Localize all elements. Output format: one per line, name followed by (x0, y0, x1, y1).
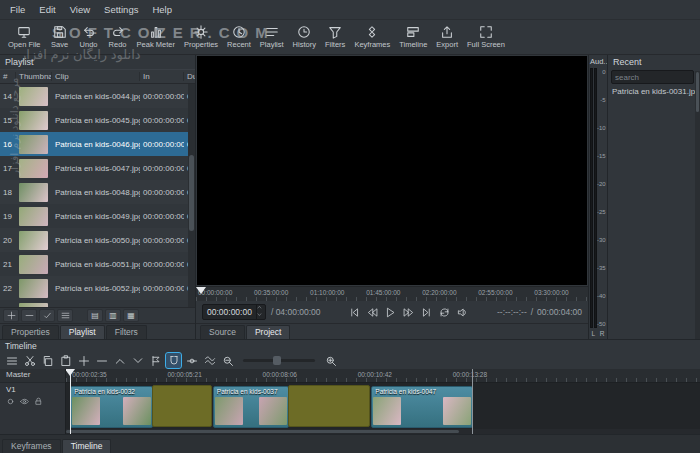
menu-help[interactable]: Help (145, 2, 179, 17)
zoom-slider-handle[interactable] (273, 356, 281, 365)
toolbar-redo-button[interactable]: Redo (104, 23, 132, 51)
ripple-all-tracks-button[interactable] (202, 353, 217, 368)
skip-to-start-button[interactable] (349, 307, 360, 318)
toolbar-recent-button[interactable]: Recent (223, 23, 255, 51)
toolbar-properties-button[interactable]: Properties (180, 23, 222, 51)
playlist-row[interactable]: 16Patricia en kids-0046.jpg00:00:00:0000… (0, 132, 195, 156)
zoom-timeline-out-button[interactable] (220, 353, 235, 368)
timeline-icon (406, 25, 420, 39)
playlist-row[interactable]: 19Patricia en kids-0049.jpg00:00:00:0000… (0, 204, 195, 228)
player-tab-project[interactable]: Project (246, 325, 290, 339)
toggle-snapping-button[interactable] (166, 353, 181, 368)
play-quickly-forwards-button[interactable] (403, 307, 414, 318)
player-scrubber[interactable]: 00:00:00:0000:35:00:0001:10:00:0001:45:0… (196, 286, 588, 301)
toolbar-history-button[interactable]: History (289, 23, 320, 51)
toolbar-peak-meter-button[interactable]: Peak Meter (133, 23, 179, 51)
view-icons-button[interactable]: ▦ (123, 309, 139, 322)
timeline-menu-button[interactable] (4, 353, 19, 368)
playlist-row[interactable]: 21Patricia en kids-0051.jpg00:00:00:0000… (0, 252, 195, 276)
view-tiles-button[interactable]: ▥ (105, 309, 121, 322)
toolbar-timeline-button[interactable]: Timeline (395, 23, 431, 51)
bottom-tab-keyframes[interactable]: Keyframes (2, 439, 61, 453)
playlist-row[interactable]: 20Patricia en kids-0050.jpg00:00:00:0000… (0, 228, 195, 252)
playlist-row[interactable]: 18Patricia en kids-0048.jpg00:00:00:0000… (0, 180, 195, 204)
zoom-timeline-in-button[interactable] (323, 353, 338, 368)
timeline-clip[interactable] (152, 385, 212, 427)
menu-settings[interactable]: Settings (97, 2, 145, 17)
timeline-clip[interactable]: Patricia en kids-0032 (70, 386, 152, 428)
recent-scrollbar[interactable] (695, 71, 700, 339)
loop-button[interactable] (439, 307, 450, 318)
append-button[interactable] (76, 353, 91, 368)
create-edit-marker-button[interactable] (148, 353, 163, 368)
play-quickly-backwards-button[interactable] (367, 307, 378, 318)
dock-tab-playlist[interactable]: Playlist (60, 325, 105, 339)
master-track-head[interactable]: Master (0, 369, 65, 383)
dock-tab-properties[interactable]: Properties (2, 325, 59, 339)
playlist-row[interactable]: 15Patricia en kids-0045.jpg00:00:00:0000… (0, 108, 195, 132)
copy-button[interactable] (40, 353, 55, 368)
recent-scrollbar-thumb[interactable] (696, 72, 699, 112)
add-to-playlist-button[interactable] (3, 309, 19, 322)
overwrite-button[interactable] (130, 353, 145, 368)
column-header-in[interactable]: In (140, 72, 184, 81)
playlist-row[interactable]: 23Patricia en kids-0052.tif00:00:00:0000… (0, 300, 195, 307)
playlist-menu-button[interactable] (57, 309, 73, 322)
v1-track-head[interactable]: V1 (0, 383, 65, 434)
recent-search-input[interactable] (611, 70, 694, 84)
toolbar-undo-button[interactable]: Undo (75, 23, 103, 51)
column-header-duration[interactable]: Duration (184, 72, 195, 81)
menu-edit[interactable]: Edit (32, 2, 62, 17)
playlist-scrollbar[interactable] (188, 84, 195, 307)
recent-file-item[interactable]: Patricia en kids-0031.jpg (608, 85, 700, 98)
position-field[interactable]: 00:00:00:00 (202, 304, 266, 320)
timeline-track-v1[interactable]: Patricia en kids-0032Patricia en kids-00… (66, 385, 700, 427)
scrub-while-dragging-button[interactable] (184, 353, 199, 368)
menu-file[interactable]: File (3, 2, 32, 17)
dock-tab-filters[interactable]: Filters (106, 325, 147, 339)
lift-button[interactable] (112, 353, 127, 368)
play-button[interactable] (385, 307, 396, 318)
toolbar-keyframes-button[interactable]: Keyframes (350, 23, 394, 51)
player-tab-source[interactable]: Source (200, 325, 245, 339)
toolbar-full-screen-button[interactable]: Full Screen (463, 23, 509, 51)
video-preview[interactable] (197, 56, 587, 285)
volume-button[interactable] (457, 307, 468, 318)
position-spinner[interactable] (256, 305, 265, 319)
skip-to-end-button[interactable] (421, 307, 432, 318)
column-header-thumbnails[interactable]: Thumbnails (16, 72, 52, 81)
remove-from-playlist-button[interactable] (21, 309, 37, 322)
timeline-playhead-line[interactable] (70, 369, 71, 434)
timeline-canvas[interactable]: 00:00:02:3500:00:05:2100:00:08:0600:00:1… (66, 369, 700, 434)
player-playhead[interactable] (196, 287, 206, 299)
column-header-[interactable]: # (0, 72, 16, 81)
cut-button[interactable] (22, 353, 37, 368)
toolbar-playlist-button[interactable]: Playlist (256, 23, 288, 51)
timeline-scrollbar-thumb[interactable] (66, 430, 459, 433)
lock-track-icon[interactable] (34, 397, 43, 408)
timeline-clip[interactable]: Patricia en kids-0047 (371, 386, 472, 428)
bottom-tab-timeline[interactable]: Timeline (62, 439, 112, 453)
view-details-button[interactable]: ▤ (87, 309, 103, 322)
menu-view[interactable]: View (63, 2, 97, 17)
column-header-clip[interactable]: Clip (52, 72, 140, 81)
playlist-row[interactable]: 17Patricia en kids-0047.jpg00:00:00:0000… (0, 156, 195, 180)
timeline-clip-label: Patricia en kids-0037 (217, 388, 278, 395)
update-playlist-item-button[interactable] (39, 309, 55, 322)
toolbar-open-file-button[interactable]: Open File (4, 23, 45, 51)
timeline-clip[interactable] (288, 385, 370, 427)
paste-button[interactable] (58, 353, 73, 368)
playlist-row[interactable]: 14Patricia en kids-0044.jpg00:00:00:0000… (0, 84, 195, 108)
zoom-slider[interactable] (243, 359, 315, 362)
playlist-scrollbar-thumb[interactable] (189, 155, 194, 231)
track-head-menu-icon[interactable] (6, 397, 15, 408)
toolbar-filters-button[interactable]: Filters (321, 23, 349, 51)
playlist-row[interactable]: 22Patricia en kids-0052.jpg00:00:00:0000… (0, 276, 195, 300)
toolbar-save-button[interactable]: Save (46, 23, 74, 51)
ripple-delete-button[interactable] (94, 353, 109, 368)
toolbar-export-button[interactable]: Export (432, 23, 462, 51)
timeline-clip[interactable]: Patricia en kids-0037 (213, 386, 289, 428)
timeline-ruler[interactable]: 00:00:02:3500:00:05:2100:00:08:0600:00:1… (66, 369, 700, 383)
timeline-horizontal-scrollbar[interactable] (66, 429, 700, 434)
hide-track-eye-icon[interactable] (20, 397, 29, 408)
